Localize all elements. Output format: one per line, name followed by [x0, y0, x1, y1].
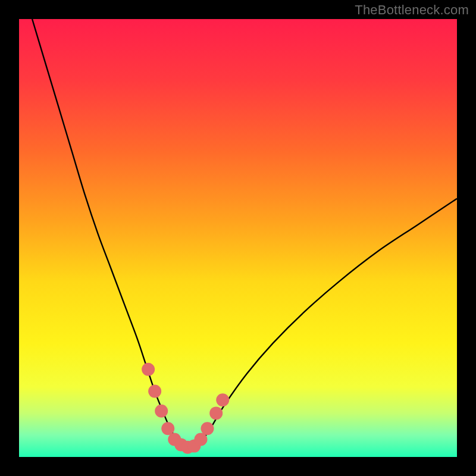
curve-marker [194, 433, 207, 446]
watermark-text: TheBottleneck.com [355, 2, 469, 18]
bottleneck-chart [19, 19, 457, 457]
curve-marker [216, 393, 229, 406]
curve-marker [142, 363, 155, 376]
plot-background [19, 19, 457, 457]
curve-marker [209, 406, 223, 419]
curve-marker [161, 422, 174, 435]
chart-frame: TheBottleneck.com [0, 0, 476, 476]
curve-marker [201, 422, 214, 435]
curve-marker [148, 385, 161, 398]
curve-marker [155, 405, 168, 418]
